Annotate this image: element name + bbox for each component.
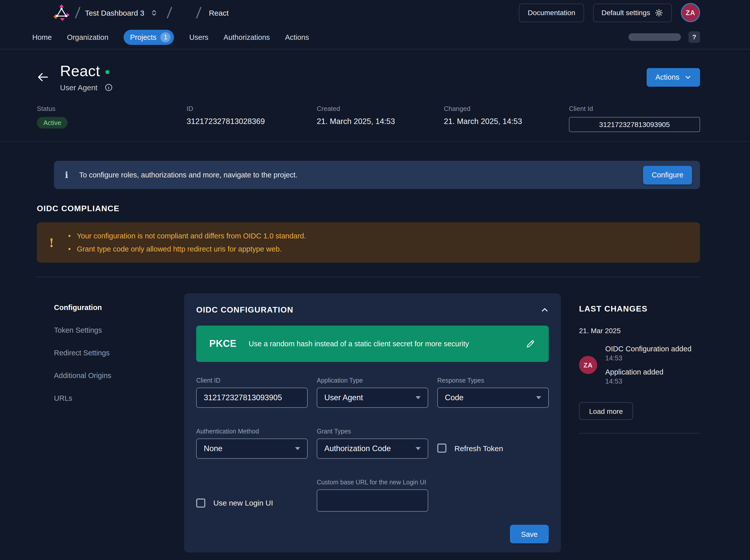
grant-types-field: Grant Types Authorization Code bbox=[317, 428, 428, 459]
settings-sidenav: Configuration Token Settings Redirect Se… bbox=[54, 293, 184, 417]
application-type-field: Application Type User Agent bbox=[317, 377, 428, 408]
page-title: React bbox=[60, 62, 100, 80]
save-button[interactable]: Save bbox=[510, 525, 549, 543]
grant-types-select[interactable]: Authorization Code bbox=[317, 438, 428, 459]
help-button[interactable]: ? bbox=[689, 31, 700, 43]
info-circle-icon[interactable] bbox=[104, 83, 113, 92]
created-label: Created bbox=[317, 105, 444, 112]
compliance-title: OIDC COMPLIANCE bbox=[37, 204, 700, 213]
response-types-field: Response Types Code bbox=[437, 377, 549, 408]
banner-text: To configure roles, authorizations and m… bbox=[79, 171, 298, 179]
page-actions-button-label: Actions bbox=[655, 73, 679, 81]
event-title: Application added bbox=[605, 368, 691, 376]
application-type-select[interactable]: User Agent bbox=[317, 388, 428, 408]
authentication-method-label: Authentication Method bbox=[196, 428, 308, 435]
form-row-3: Use new Login UI Custom base URL for the… bbox=[196, 479, 549, 512]
response-types-select[interactable]: Code bbox=[437, 388, 549, 408]
breadcrumb-org[interactable]: Test Dashboard 3 bbox=[85, 8, 144, 17]
sidenav-item-token-settings[interactable]: Token Settings bbox=[54, 326, 184, 334]
nav-tabs: Home Organization Projects 1 Users Autho… bbox=[32, 29, 309, 45]
page-actions-button[interactable]: Actions bbox=[647, 68, 700, 86]
title-block: React User Agent bbox=[60, 62, 113, 92]
refresh-token-label: Refresh Token bbox=[454, 444, 503, 452]
use-new-login-label: Use new Login UI bbox=[213, 498, 273, 507]
form-row-2: Authentication Method None Grant Types A… bbox=[196, 428, 549, 459]
grant-types-label: Grant Types bbox=[317, 428, 428, 435]
collapse-chevron-up-icon[interactable] bbox=[541, 306, 549, 314]
breadcrumb-separator bbox=[196, 7, 201, 18]
select-caret-icon bbox=[416, 447, 421, 450]
nav-tab-authorizations[interactable]: Authorizations bbox=[223, 33, 270, 41]
sidenav-item-urls[interactable]: URLs bbox=[54, 394, 184, 402]
authentication-method-value: None bbox=[204, 444, 222, 453]
changed-value: 21. March 2025, 14:53 bbox=[444, 117, 569, 126]
sidenav-item-redirect-settings[interactable]: Redirect Settings bbox=[54, 349, 184, 357]
client-id-input[interactable]: 312172327813093905 bbox=[196, 388, 308, 408]
gear-icon bbox=[655, 8, 663, 17]
use-new-login-field: Use new Login UI bbox=[196, 479, 308, 512]
sidenav-item-configuration[interactable]: Configuration bbox=[54, 304, 184, 311]
org-switcher-unfold-icon[interactable] bbox=[150, 9, 158, 16]
app-type-subtitle: User Agent bbox=[60, 83, 97, 92]
meta-changed: Changed 21. March 2025, 14:53 bbox=[444, 105, 569, 126]
project-info-banner: i To configure roles, authorizations and… bbox=[54, 161, 700, 189]
default-settings-button-label: Default settings bbox=[601, 8, 650, 17]
page-header: React User Agent Actions bbox=[0, 49, 750, 142]
last-changes-title: LAST CHANGES bbox=[579, 305, 700, 313]
configure-button[interactable]: Configure bbox=[643, 166, 692, 184]
nav-tab-users[interactable]: Users bbox=[190, 33, 209, 41]
top-bar-actions: Documentation Default settings ZA bbox=[519, 3, 700, 22]
use-new-login-checkbox[interactable] bbox=[196, 498, 205, 507]
back-arrow-icon[interactable] bbox=[37, 71, 49, 83]
refresh-token-checkbox[interactable] bbox=[437, 443, 446, 453]
load-more-button[interactable]: Load more bbox=[579, 402, 633, 420]
pkce-banner: PKCE Use a random hash instead of a stat… bbox=[196, 326, 549, 362]
response-types-label: Response Types bbox=[437, 377, 549, 384]
custom-login-url-input[interactable] bbox=[317, 490, 428, 512]
nav-tab-organization[interactable]: Organization bbox=[67, 33, 108, 41]
form-row-1: Client ID 312172327813093905 Application… bbox=[196, 377, 549, 408]
last-changes-date: 21. Mar 2025 bbox=[579, 327, 700, 335]
default-settings-button[interactable]: Default settings bbox=[593, 3, 672, 22]
id-label: ID bbox=[186, 105, 317, 112]
warning-list: Your configuration is not compliant and … bbox=[68, 229, 306, 255]
select-caret-icon bbox=[536, 396, 541, 399]
event-time: 14:53 bbox=[605, 377, 691, 385]
projects-count-badge: 1 bbox=[161, 32, 171, 42]
chevron-down-icon bbox=[685, 74, 691, 81]
created-value: 21. March 2025, 14:53 bbox=[317, 117, 444, 126]
client-id-copy-box[interactable]: 312172327813093905 bbox=[569, 117, 700, 132]
event-time: 14:53 bbox=[605, 354, 691, 362]
nav-tab-projects[interactable]: Projects 1 bbox=[123, 29, 174, 45]
documentation-button[interactable]: Documentation bbox=[519, 3, 584, 22]
custom-login-url-label: Custom base URL for the new Login UI bbox=[317, 479, 428, 486]
edit-pencil-icon[interactable] bbox=[526, 339, 536, 349]
active-status-dot-icon bbox=[106, 70, 110, 74]
nav-tab-projects-label: Projects bbox=[130, 33, 157, 41]
user-avatar[interactable]: ZA bbox=[681, 3, 700, 22]
warning-item: Your configuration is not compliant and … bbox=[68, 229, 306, 243]
change-event-group: ZA OIDC Configuration added 14:53 Applic… bbox=[579, 345, 700, 385]
last-changes-panel: LAST CHANGES 21. Mar 2025 ZA OIDC Config… bbox=[579, 293, 700, 434]
application-type-value: User Agent bbox=[324, 393, 363, 402]
application-type-label: Application Type bbox=[317, 377, 428, 384]
breadcrumb-app[interactable]: React bbox=[209, 8, 229, 17]
authentication-method-field: Authentication Method None bbox=[196, 428, 308, 459]
event-avatar-initials: ZA bbox=[584, 361, 593, 369]
configure-button-label: Configure bbox=[652, 171, 684, 179]
custom-login-url-field: Custom base URL for the new Login UI bbox=[317, 479, 428, 512]
info-icon: i bbox=[64, 170, 69, 180]
zitadel-logo-icon[interactable] bbox=[53, 4, 70, 21]
sidenav-item-additional-origins[interactable]: Additional Origins bbox=[54, 372, 184, 379]
nav-tab-actions[interactable]: Actions bbox=[285, 33, 309, 41]
nav-tab-home[interactable]: Home bbox=[32, 33, 52, 41]
documentation-button-label: Documentation bbox=[528, 8, 575, 17]
pkce-description: Use a random hash instead of a static cl… bbox=[249, 340, 469, 348]
nav-right: ? bbox=[628, 31, 700, 43]
help-button-label: ? bbox=[692, 33, 696, 41]
authentication-method-select[interactable]: None bbox=[196, 438, 308, 459]
change-event: Application added 14:53 bbox=[605, 368, 691, 385]
user-avatar-initials: ZA bbox=[686, 9, 695, 16]
meta-created: Created 21. March 2025, 14:53 bbox=[317, 105, 444, 126]
change-event: OIDC Configuration added 14:53 bbox=[605, 345, 691, 362]
